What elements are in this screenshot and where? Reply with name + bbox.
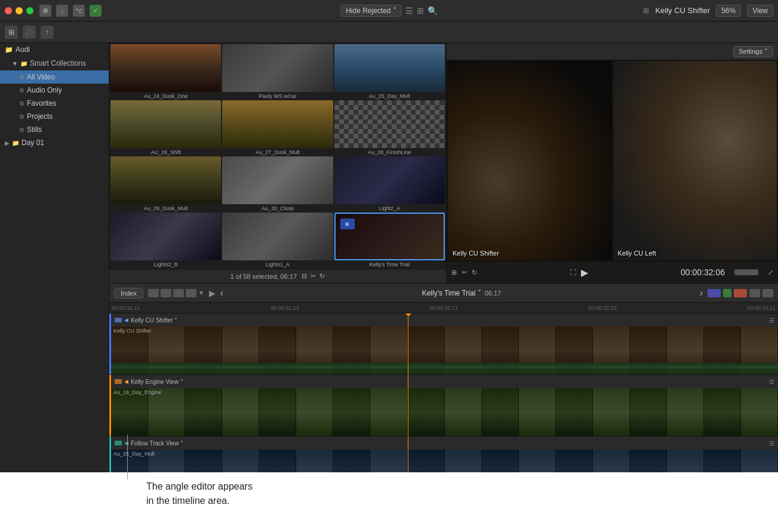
track-menu-1[interactable]: ☰ bbox=[769, 317, 774, 324]
film-frame bbox=[556, 388, 593, 436]
film-frame bbox=[222, 388, 259, 436]
gear-icon: ⚙ bbox=[19, 127, 24, 133]
timeline-play-icons: ▶ bbox=[209, 288, 216, 298]
hide-rejected-button[interactable]: Hide Rejected ˅ bbox=[340, 5, 402, 17]
expand-icon-2[interactable] bbox=[762, 289, 773, 297]
arrow-right-icon[interactable]: › bbox=[700, 288, 703, 299]
thumbnail bbox=[334, 44, 445, 92]
thumbnail bbox=[110, 156, 221, 204]
list-view-icon[interactable] bbox=[173, 289, 184, 297]
list-view-icon[interactable]: ☰ bbox=[405, 6, 413, 16]
arrow-left-icon[interactable]: ‹ bbox=[220, 288, 223, 299]
angle-icon-2[interactable] bbox=[734, 289, 747, 297]
close-button[interactable] bbox=[5, 7, 12, 14]
grid-view-icon[interactable]: ⊞ bbox=[417, 6, 424, 16]
track-name-2[interactable]: Kelly Engine View ˅ bbox=[131, 379, 183, 385]
sidebar-item-audi[interactable]: 📁 Audi bbox=[0, 43, 109, 56]
library-icon[interactable]: ⊞ bbox=[5, 26, 18, 39]
helmet-image bbox=[613, 61, 777, 260]
view-chevron-icon[interactable]: ▼ bbox=[198, 290, 204, 296]
annotation-line-1: The angle editor appears bbox=[146, 479, 253, 494]
zoom-button[interactable]: 56% bbox=[716, 5, 741, 17]
list-item[interactable]: Au_28_FinishLine bbox=[334, 100, 445, 155]
view-button[interactable]: View bbox=[747, 5, 773, 17]
track-kelly-cu-shifter: ◀ Kelly CU Shifter ˅ ☰ Kelly CU Shifter bbox=[109, 313, 778, 375]
play-timeline-icon[interactable]: ▶ bbox=[209, 288, 216, 298]
window-icon-1: ⊞ bbox=[39, 5, 51, 17]
list-item[interactable]: Au_30_Close bbox=[222, 156, 333, 211]
timecode-slider[interactable] bbox=[734, 269, 758, 275]
annotation-text: The angle editor appears in the timeline… bbox=[146, 479, 253, 508]
audio-icon[interactable] bbox=[723, 289, 731, 297]
loop-icon[interactable]: ↻ bbox=[319, 272, 325, 280]
viewer-content: Kelly CU Shifter Kelly CU Left bbox=[447, 60, 778, 262]
titlebar-right: ⊞ Kelly CU Shifter 56% View bbox=[643, 5, 773, 17]
fullscreen-button[interactable] bbox=[26, 7, 33, 14]
film-frame bbox=[519, 388, 556, 436]
keyboard-icon: ⌥ bbox=[73, 5, 85, 17]
sidebar-item-audio-only[interactable]: ⚙ Audio Only bbox=[0, 84, 109, 97]
list-item[interactable]: Pauly WS w/car bbox=[222, 44, 333, 99]
clip-icon[interactable]: 🎥 bbox=[23, 26, 36, 39]
folder-icon: 📁 bbox=[20, 60, 27, 67]
minimize-button[interactable] bbox=[16, 7, 23, 14]
list-item[interactable]: Lights2_B bbox=[110, 213, 221, 267]
project-name: Kelly CU Shifter bbox=[655, 6, 710, 15]
option-view-icon[interactable] bbox=[186, 289, 196, 297]
thumb-content: ⊞ bbox=[336, 214, 444, 259]
list-item[interactable]: AU_26_Shift bbox=[110, 100, 221, 155]
sidebar-item-favorites[interactable]: ⚙ Favorites bbox=[0, 97, 109, 110]
annotation-area: The angle editor appears in the timeline… bbox=[0, 472, 778, 532]
track-name-3[interactable]: Follow Track View ˅ bbox=[131, 440, 183, 447]
sidebar-item-projects[interactable]: ⚙ Projects bbox=[0, 110, 109, 123]
browser-search-icon[interactable]: 🔍 bbox=[428, 6, 438, 16]
share-icon[interactable]: ↑ bbox=[41, 26, 54, 39]
film-frame bbox=[185, 388, 222, 436]
sidebar-item-stills[interactable]: ⚙ Stills bbox=[0, 123, 109, 136]
lane-view-icon[interactable] bbox=[161, 289, 171, 297]
layout-icon[interactable]: ⊟ bbox=[302, 272, 307, 280]
track-label-3: Au_25_Day_Mult bbox=[113, 451, 155, 457]
timeline-title[interactable]: Kelly's Time Trial ˅ bbox=[422, 289, 481, 297]
fullscreen-icon[interactable]: ⛶ bbox=[570, 269, 576, 276]
expand-icon[interactable]: ⤢ bbox=[768, 269, 773, 276]
timeline-view-icons: ▼ bbox=[148, 289, 204, 297]
track-menu-3[interactable]: ☰ bbox=[769, 440, 774, 447]
list-item[interactable]: Au_24_Dusk_One bbox=[110, 44, 221, 99]
list-item[interactable]: Au_25_Day_Mult bbox=[334, 44, 445, 99]
list-item[interactable]: ⊞ Kelly's Time Trial bbox=[334, 213, 445, 267]
angle-icon-1[interactable] bbox=[708, 289, 721, 297]
titlebar: ⊞ ↓ ⌥ ✓ Hide Rejected ˅ ☰ ⊞ 🔍 ⊞ Kelly CU… bbox=[0, 0, 778, 21]
browser: Au_24_Dusk_One Pauly WS w/car Au_25_Day_… bbox=[109, 43, 447, 283]
film-frame bbox=[333, 388, 370, 436]
sidebar-item-day01[interactable]: ▶ 📁 Day 01 bbox=[0, 136, 109, 149]
list-item[interactable]: Lights1_A bbox=[222, 213, 333, 267]
track-name-1[interactable]: Kelly CU Shifter ˅ bbox=[131, 317, 177, 324]
settings-button[interactable]: Settings ˅ bbox=[733, 46, 773, 57]
clip-view-icon[interactable] bbox=[148, 289, 159, 297]
audio-indicator-2: ◀ bbox=[124, 379, 128, 385]
list-item[interactable]: Light2_A bbox=[334, 156, 445, 211]
monitor-icon[interactable] bbox=[749, 289, 760, 297]
track-color-icon-1 bbox=[115, 318, 122, 322]
trim-icon[interactable]: ✂ bbox=[310, 272, 316, 280]
loop-view-icon[interactable]: ↻ bbox=[472, 269, 477, 276]
sidebar-item-all-video[interactable]: ⚙ All Video bbox=[0, 70, 109, 84]
play-button[interactable]: ▶ bbox=[581, 267, 588, 278]
film-frame bbox=[667, 388, 704, 436]
thumb-content bbox=[334, 44, 445, 92]
gear-icon: ⚙ bbox=[19, 100, 24, 107]
smart-collections-header[interactable]: ▼ 📁 Smart Collections bbox=[0, 56, 109, 70]
trim-view-icon[interactable]: ✂ bbox=[462, 269, 467, 276]
track-menu-2[interactable]: ☰ bbox=[769, 379, 774, 385]
layout-view-icon[interactable]: ⊞ bbox=[451, 269, 457, 276]
index-button[interactable]: Index bbox=[114, 288, 143, 299]
clip-label: Light2_A bbox=[379, 205, 401, 211]
clip-label: Au_27_Dusk_Mult bbox=[256, 149, 300, 155]
track-kelly-engine-view: ◀ Kelly Engine View ˅ ☰ Au_18_Day_Engine bbox=[109, 375, 778, 436]
titlebar-center: Hide Rejected ˅ ☰ ⊞ 🔍 bbox=[340, 5, 438, 17]
stills-label: Stills bbox=[27, 125, 42, 134]
list-item[interactable]: Au_29_Dusk_Mult bbox=[110, 156, 221, 211]
list-item[interactable]: Au_27_Dusk_Mult bbox=[222, 100, 333, 155]
track-color-icon-3 bbox=[115, 441, 122, 445]
